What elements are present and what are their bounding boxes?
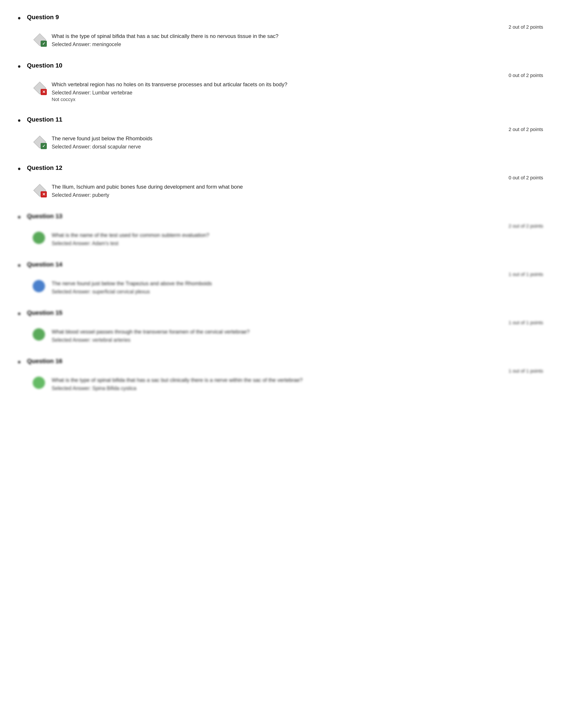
- selected-answer-10: Selected Answer: Lumbar vertebrae: [52, 90, 287, 96]
- question-body-15: 1 out of 1 points What blood vessel pass…: [33, 320, 545, 346]
- question-body-16: 1 out of 1 points What is the type of sp…: [33, 368, 545, 394]
- icon-area-9: ✓: [33, 33, 49, 48]
- bullet-11: •: [18, 116, 21, 125]
- selected-answer-16: Selected Answer: Spina Bifida cystica: [52, 385, 303, 391]
- question-item-12: • Question 12 0 out of 2 points ✕ The Il…: [18, 164, 545, 201]
- selected-answer-13: Selected Answer: Adam's test: [52, 240, 209, 246]
- question-body-11: 2 out of 2 points ✓ The nerve found just…: [33, 127, 545, 153]
- bullet-13: •: [18, 213, 21, 221]
- question-body-10: 0 out of 2 points ✕ Which vertebral regi…: [33, 73, 545, 105]
- question-item-11: • Question 11 2 out of 2 points ✓ The ne…: [18, 116, 545, 153]
- icon-area-15: [33, 328, 49, 341]
- points-16: 1 out of 1 points: [33, 368, 545, 374]
- question-title-10: Question 10: [27, 62, 62, 69]
- selected-answer-15: Selected Answer: vertebral arteries: [52, 337, 249, 343]
- points-12: 0 out of 2 points: [33, 175, 545, 181]
- question-item-9: • Question 9 2 out of 2 points ✓ What is…: [18, 13, 545, 51]
- selected-answer-9: Selected Answer: meningocele: [52, 41, 278, 47]
- question-content-14: The nerve found just below the Trapezius…: [33, 280, 545, 296]
- icon-diamond-12: ✕: [33, 183, 46, 197]
- correct-badge-11: ✓: [41, 143, 47, 149]
- question-content-13: What is the name of the test used for co…: [33, 231, 545, 247]
- question-title-13: Question 13: [27, 212, 62, 220]
- icon-diamond-10: ✕: [33, 81, 46, 94]
- circle-icon-14: [33, 280, 45, 292]
- question-title-9: Question 9: [27, 13, 59, 21]
- question-text-9: What is the type of spinal bifida that h…: [52, 32, 278, 48]
- question-content-10: ✕ Which vertebral region has no holes on…: [33, 81, 545, 102]
- icon-diamond-11: ✓: [33, 135, 46, 148]
- points-10: 0 out of 2 points: [33, 73, 545, 78]
- question-body-9: 2 out of 2 points ✓ What is the type of …: [33, 24, 545, 51]
- question-content-11: ✓ The nerve found just below the Rhomboi…: [33, 135, 545, 151]
- question-body-14: 1 out of 1 points The nerve found just b…: [33, 272, 545, 298]
- question-title-12: Question 12: [27, 164, 62, 172]
- question-item-13: • Question 13 2 out of 2 points What is …: [18, 212, 545, 250]
- question-title-11: Question 11: [27, 116, 62, 124]
- question-title-15: Question 15: [27, 309, 62, 317]
- points-9: 2 out of 2 points: [33, 24, 545, 30]
- circle-icon-16: [33, 377, 45, 389]
- icon-area-12: ✕: [33, 183, 49, 199]
- question-item-16: • Question 16 1 out of 1 points What is …: [18, 357, 545, 394]
- points-13: 2 out of 2 points: [33, 223, 545, 229]
- selected-answer-12: Selected Answer: puberty: [52, 192, 243, 198]
- question-item-14: • Question 14 1 out of 1 points The nerv…: [18, 261, 545, 298]
- points-15: 1 out of 1 points: [33, 320, 545, 326]
- question-text-14: The nerve found just below the Trapezius…: [52, 280, 212, 296]
- incorrect-badge-10: ✕: [41, 89, 47, 95]
- selected-answer-11: Selected Answer: dorsal scapular nerve: [52, 144, 152, 150]
- question-item-10: • Question 10 0 out of 2 points ✕ Which …: [18, 62, 545, 105]
- icon-area-11: ✓: [33, 135, 49, 150]
- question-text-11: The nerve found just below the Rhomboids…: [52, 135, 152, 151]
- points-11: 2 out of 2 points: [33, 127, 545, 132]
- correct-badge-9: ✓: [41, 41, 47, 47]
- icon-area-14: [33, 280, 49, 292]
- bullet-10: •: [18, 62, 21, 71]
- selected-answer-14: Selected Answer: superficial cervical pl…: [52, 289, 212, 295]
- circle-icon-15: [33, 328, 45, 341]
- incorrect-badge-12: ✕: [41, 191, 47, 197]
- circle-icon-13: [33, 232, 45, 244]
- question-text-12: The Ilium, Ischium and pubic bones fuse …: [52, 183, 243, 199]
- bullet-16: •: [18, 358, 21, 366]
- not-correct-10: Not coccyx: [52, 97, 287, 102]
- icon-diamond-9: ✓: [33, 33, 46, 46]
- icon-area-13: [33, 232, 49, 245]
- question-content-16: What is the type of spinal bifida that h…: [33, 376, 545, 392]
- question-text-10: Which vertebral region has no holes on i…: [52, 81, 287, 102]
- question-content-12: ✕ The Ilium, Ischium and pubic bones fus…: [33, 183, 545, 199]
- question-item-15: • Question 15 1 out of 1 points What blo…: [18, 309, 545, 346]
- question-body-12: 0 out of 2 points ✕ The Ilium, Ischium a…: [33, 175, 545, 201]
- question-text-15: What blood vessel passes through the tra…: [52, 328, 249, 344]
- question-content-9: ✓ What is the type of spinal bifida that…: [33, 32, 545, 48]
- question-list: • Question 9 2 out of 2 points ✓ What is…: [18, 13, 545, 394]
- icon-area-16: [33, 377, 49, 389]
- bullet-12: •: [18, 164, 21, 173]
- bullet-14: •: [18, 261, 21, 270]
- question-title-16: Question 16: [27, 357, 62, 365]
- question-text-13: What is the name of the test used for co…: [52, 231, 209, 247]
- bullet-15: •: [18, 309, 21, 318]
- question-body-13: 2 out of 2 points What is the name of th…: [33, 223, 545, 250]
- question-text-16: What is the type of spinal bifida that h…: [52, 376, 303, 392]
- question-title-14: Question 14: [27, 261, 62, 268]
- icon-area-10: ✕: [33, 81, 49, 96]
- question-content-15: What blood vessel passes through the tra…: [33, 328, 545, 344]
- points-14: 1 out of 1 points: [33, 272, 545, 277]
- bullet-9: •: [18, 14, 21, 23]
